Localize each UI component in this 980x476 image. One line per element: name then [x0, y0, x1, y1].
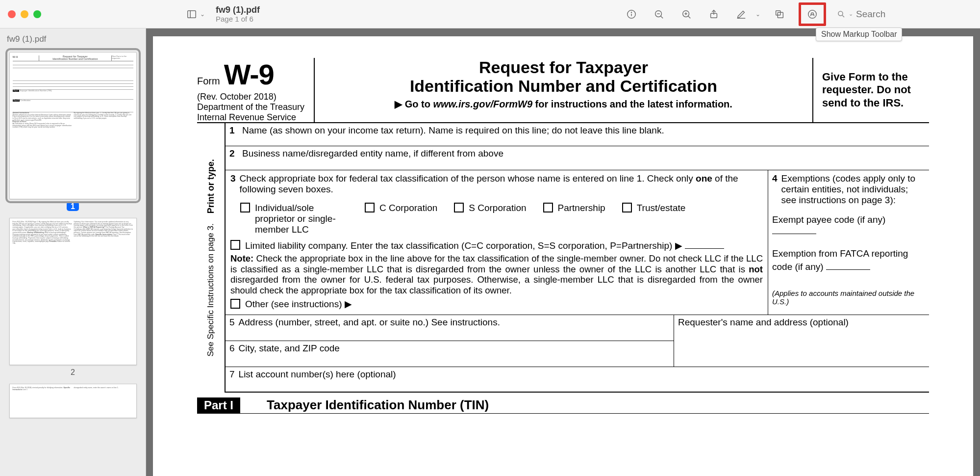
thumbnail-page-number-1: 1	[5, 202, 141, 211]
part-1-header: Part I Taxpayer Identification Number (T…	[197, 397, 929, 414]
vlabel-see: See Specific Instructions on page 3.	[206, 224, 215, 357]
label-partnership: Partnership	[558, 203, 605, 213]
svg-point-18	[838, 11, 843, 16]
search-field[interactable]: ⌄	[837, 9, 972, 20]
form-header-center: Request for Taxpayer Identification Numb…	[315, 58, 812, 122]
sidebar-toggle-button[interactable]	[183, 6, 200, 23]
form-goto: ▶ Go to www.irs.gov/FormW9 for instructi…	[322, 98, 805, 110]
checkbox-individual[interactable]	[240, 203, 250, 212]
form-code: W-9	[224, 58, 274, 91]
thumbnail-content: Form W-9 (Rev. 10-2018) Page 2. By signi…	[10, 218, 136, 365]
form-fields: 1 Name (as shown on your income tax retu…	[225, 123, 929, 393]
line-4-label: Exemptions (codes apply only to certain …	[781, 173, 925, 206]
line-7-num: 7	[229, 369, 235, 380]
line-6[interactable]: 6 City, state, and ZIP code	[226, 341, 674, 367]
highlight-menu-chevron-icon[interactable]: ⌄	[755, 11, 760, 18]
llc-class-input[interactable]	[685, 240, 724, 249]
llc-row: Limited liability company. Enter the tax…	[230, 240, 763, 251]
workspace: fw9 (1).pdf W-9Request for TaxpayerIdent…	[0, 28, 980, 476]
sidebar-title: fw9 (1).pdf	[5, 33, 141, 48]
svg-line-9	[688, 16, 691, 18]
vertical-instructions-label: See Specific Instructions on page 3. Pri…	[197, 123, 225, 393]
minimize-window-button[interactable]	[21, 10, 28, 18]
form-header-left: Form W-9 (Rev. October 2018) Department …	[197, 58, 315, 122]
zoom-out-button[interactable]	[651, 6, 667, 23]
search-icon	[837, 10, 846, 19]
note-a: Check the appropriate box in the line ab…	[230, 253, 763, 274]
line-6-num: 6	[229, 343, 235, 354]
fatca-row: Exemption from FATCA reporting code (if …	[772, 248, 925, 272]
line-4: 4 Exemptions (codes apply only to certai…	[768, 170, 929, 315]
thumbnail-page-2[interactable]: Form W-9 (Rev. 10-2018) Page 2. By signi…	[9, 218, 137, 365]
form-header: Form W-9 (Rev. October 2018) Department …	[197, 58, 929, 123]
line-1-label: Name (as shown on your income tax return…	[242, 125, 664, 136]
line-1[interactable]: 1 Name (as shown on your income tax retu…	[226, 123, 929, 146]
other-row: Other (see instructions) ▶	[230, 299, 763, 310]
llc-note: Note: Check the appropriate box in the l…	[230, 253, 763, 296]
line-3: 3 Check appropriate box for federal tax …	[226, 170, 768, 315]
sidebar-icon	[186, 9, 197, 20]
exempt-payee-label: Exempt payee code (if any)	[772, 214, 885, 225]
line-3-num: 3	[230, 173, 236, 195]
svg-rect-0	[188, 10, 196, 18]
line-3-one: one	[696, 173, 712, 184]
sidebar-menu-chevron-icon[interactable]: ⌄	[200, 11, 205, 18]
label-trust: Trust/estate	[637, 203, 686, 213]
requester-box[interactable]: Requester's name and address (optional)	[674, 315, 929, 367]
line-2[interactable]: 2 Business name/disregarded entity name,…	[226, 146, 929, 170]
pencil-icon	[736, 9, 747, 20]
markup-tooltip: Show Markup Toolbar	[816, 27, 902, 41]
info-button[interactable]	[623, 6, 640, 23]
classification-checkboxes: Individual/sole proprietor or single-mem…	[240, 203, 763, 235]
highlight-button[interactable]	[733, 6, 750, 23]
line-6-label: City, state, and ZIP code	[239, 343, 340, 354]
markup-icon	[807, 9, 818, 20]
toolbar-right: ⌄ Show Markup Toolbar ⌄	[623, 2, 972, 26]
thumbnail-sidebar: fw9 (1).pdf W-9Request for TaxpayerIdent…	[0, 28, 146, 476]
markup-toolbar-button[interactable]	[804, 6, 821, 23]
label-individual: Individual/sole proprietor or single-mem…	[255, 203, 348, 235]
window-controls	[8, 10, 41, 18]
checkbox-trust[interactable]	[622, 203, 632, 212]
line-5-6-left: 5 Address (number, street, and apt. or s…	[226, 315, 674, 367]
checkbox-other[interactable]	[230, 299, 240, 309]
label-llc: Limited liability company. Enter the tax…	[245, 240, 724, 251]
fullscreen-window-button[interactable]	[33, 10, 41, 18]
info-icon	[626, 9, 637, 20]
exempt-payee-input[interactable]	[772, 225, 816, 234]
search-input[interactable]	[856, 9, 972, 20]
thumbnail-content: W-9Request for TaxpayerIdentification Nu…	[10, 53, 136, 199]
part-1-title: Taxpayer Identification Number (TIN)	[267, 397, 489, 413]
share-button[interactable]	[705, 6, 722, 23]
svg-point-4	[631, 12, 631, 12]
zoom-in-button[interactable]	[678, 6, 695, 23]
line-5[interactable]: 5 Address (number, street, and apt. or s…	[226, 315, 674, 341]
pdf-viewer[interactable]: Form W-9 (Rev. October 2018) Department …	[146, 28, 980, 476]
line-3-4-row: 3 Check appropriate box for federal tax …	[226, 170, 929, 315]
requester-label: Requester's name and address (optional)	[678, 317, 849, 354]
line-7[interactable]: 7 List account number(s) here (optional)	[226, 367, 929, 393]
svg-rect-16	[776, 10, 780, 15]
rotate-button[interactable]	[771, 6, 788, 23]
checkbox-s-corp[interactable]	[454, 203, 464, 212]
checkbox-c-corp[interactable]	[365, 203, 375, 212]
checkbox-llc[interactable]	[230, 240, 240, 250]
checkbox-partnership[interactable]	[543, 203, 553, 212]
goto-prefix: ▶ Go to	[395, 99, 433, 109]
line-1-num: 1	[229, 125, 238, 136]
line-7-label: List account number(s) here (optional)	[239, 369, 396, 380]
page-indicator: Page 1 of 6	[216, 15, 260, 23]
label-form: Form	[197, 76, 220, 87]
search-chevron-icon[interactable]: ⌄	[849, 11, 853, 17]
note-not: not	[749, 264, 763, 274]
line-2-num: 2	[229, 148, 238, 159]
form-body: See Specific Instructions on page 3. Pri…	[197, 123, 929, 393]
fatca-applies-note: (Applies to accounts maintained outside …	[772, 289, 925, 306]
thumbnail-page-3[interactable]: Form W-9 (Rev 10-2018) criminal penalty …	[9, 384, 137, 418]
form-header-right: Give Form to the requester. Do not send …	[812, 58, 929, 122]
close-window-button[interactable]	[8, 10, 16, 18]
thumbnail-page-1[interactable]: W-9Request for TaxpayerIdentification Nu…	[9, 52, 137, 199]
label-other: Other (see instructions) ▶	[245, 299, 352, 310]
thumbnail-content: Form W-9 (Rev 10-2018) criminal penalty …	[10, 384, 136, 418]
fatca-input[interactable]	[826, 261, 870, 270]
